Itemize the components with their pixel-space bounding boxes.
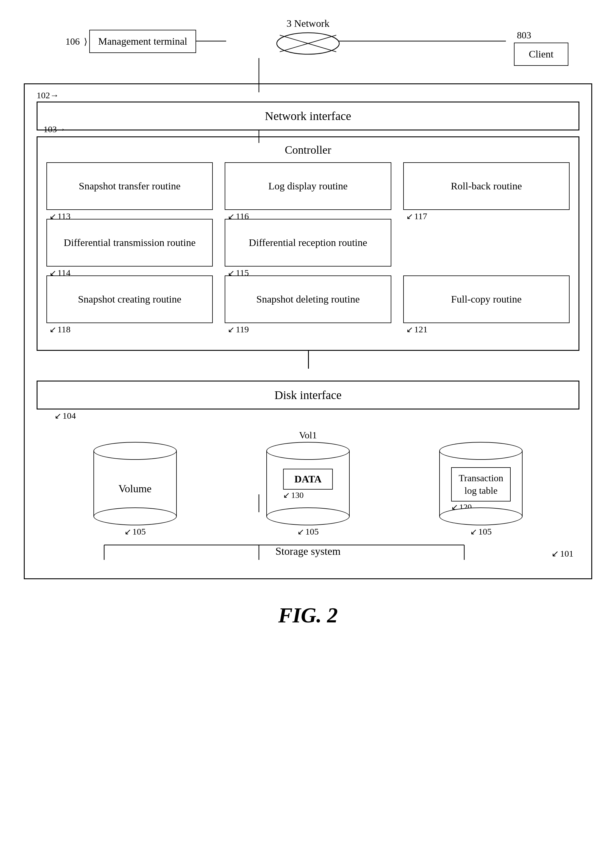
routine-diff-rx-wrapper: Differential reception routine ↙115 bbox=[225, 219, 391, 266]
label-104: ↙ 104 bbox=[55, 411, 580, 421]
routine-log-display-wrapper: Log display routine ↙116 bbox=[225, 162, 391, 210]
cylinder-volume-label: Volume bbox=[118, 482, 151, 495]
routine-label-118: ↙118 bbox=[49, 324, 71, 334]
cylinder-volume-shape: Volume bbox=[93, 442, 177, 525]
routine-empty-r1c2 bbox=[403, 219, 570, 266]
storage-system-label: Storage system bbox=[275, 545, 341, 557]
client-id-label: 803 bbox=[517, 30, 531, 41]
network-oval-svg bbox=[275, 31, 341, 55]
cylinder-volume-id: ↙105 bbox=[124, 526, 146, 537]
management-terminal-box: Management terminal bbox=[89, 30, 196, 53]
network-interface-section: 102→ Network interface bbox=[25, 90, 591, 131]
disk-interface-section: Disk interface ↙ 104 bbox=[25, 381, 591, 421]
data-box-wrapper: DATA ↙ 130 bbox=[283, 469, 333, 500]
cylinder-vol1-top bbox=[266, 442, 350, 460]
cylinder-volume-top bbox=[93, 442, 177, 460]
cylinder-vol1-shape: DATA ↙ 130 bbox=[266, 442, 350, 525]
routine-label-121: ↙121 bbox=[406, 324, 427, 334]
cylinder-txn-id: ↙105 bbox=[470, 526, 492, 537]
disk-interface-box: Disk interface bbox=[36, 381, 580, 409]
cylinder-volume-body: Volume bbox=[93, 451, 177, 516]
client-box: Client bbox=[514, 43, 568, 66]
routine-snapshot-delete: Snapshot deleting routine bbox=[225, 276, 391, 323]
cylinder-vol1: Vol1 DATA ↙ 130 bbox=[266, 430, 350, 537]
page: 106 ⟩ Management terminal 3 Network 803 … bbox=[0, 0, 616, 866]
controller-label: Controller bbox=[46, 143, 570, 156]
routine-snapshot-transfer: Snapshot transfer routine bbox=[46, 162, 213, 210]
figure-label: FIG. 2 bbox=[24, 603, 592, 628]
client-area: 803 Client bbox=[514, 30, 568, 66]
routine-fullcopy-wrapper: Full-copy routine ↙121 bbox=[403, 276, 570, 323]
cylinder-txn-shape: Transaction log table ↙ 120 bbox=[439, 442, 523, 525]
arrow-right-icon: ⟩ bbox=[84, 36, 88, 47]
routine-snapshot-create: Snapshot creating routine bbox=[46, 276, 213, 323]
cylinders-section: Volume ↙105 Vol1 bbox=[25, 424, 591, 543]
network-area: 3 Network bbox=[275, 18, 341, 55]
cylinder-volume: Volume ↙105 bbox=[93, 442, 177, 537]
vol1-label: Vol1 bbox=[299, 430, 317, 441]
top-section: 106 ⟩ Management terminal 3 Network 803 … bbox=[24, 18, 592, 77]
controller-section: 103→ Controller Snapshot transfer routin… bbox=[36, 136, 580, 351]
cylinder-txn: Transaction log table ↙ 120 ↙105 bbox=[439, 442, 523, 537]
label-103: 103→ bbox=[44, 124, 66, 134]
data-box: DATA bbox=[283, 469, 333, 490]
routine-log-display: Log display routine bbox=[225, 162, 391, 210]
label-102: 102→ bbox=[36, 90, 580, 100]
txn-box: Transaction log table bbox=[451, 467, 511, 501]
storage-id-label: ↙ 101 bbox=[552, 548, 574, 559]
cylinder-txn-body: Transaction log table ↙ 120 bbox=[439, 451, 523, 516]
storage-system-wrapper: 102→ Network interface 103→ Controller S… bbox=[24, 83, 592, 579]
routine-snapshot-transfer-wrapper: Snapshot transfer routine ↙113 bbox=[46, 162, 213, 210]
cylinder-vol1-body: DATA ↙ 130 bbox=[266, 451, 350, 516]
cylinder-txn-top bbox=[439, 442, 523, 460]
routine-fullcopy: Full-copy routine bbox=[403, 276, 570, 323]
mgmt-area: 106 ⟩ Management terminal bbox=[66, 30, 196, 53]
txn-box-wrapper: Transaction log table ↙ 120 bbox=[451, 467, 511, 512]
routine-diff-rx: Differential reception routine bbox=[225, 219, 391, 266]
routine-snapshot-delete-wrapper: Snapshot deleting routine ↙119 bbox=[225, 276, 391, 323]
routine-diff-tx: Differential transmission routine bbox=[46, 219, 213, 266]
routines-grid: Snapshot transfer routine ↙113 Log displ… bbox=[46, 162, 570, 323]
routine-rollback: Roll-back routine bbox=[403, 162, 570, 210]
network-interface-box: Network interface bbox=[36, 102, 580, 131]
network-label: 3 Network bbox=[287, 18, 329, 29]
routine-snapshot-create-wrapper: Snapshot creating routine ↙118 bbox=[46, 276, 213, 323]
cylinder-txn-bottom bbox=[439, 507, 523, 525]
data-label-130: ↙ 130 bbox=[283, 490, 333, 500]
cylinder-vol1-id: ↙105 bbox=[297, 526, 319, 537]
mgmt-id-label: 106 bbox=[66, 36, 80, 47]
routine-diff-tx-wrapper: Differential transmission routine ↙114 bbox=[46, 219, 213, 266]
routine-label-119: ↙119 bbox=[228, 324, 249, 334]
cylinder-volume-bottom bbox=[93, 507, 177, 525]
cylinder-vol1-bottom bbox=[266, 507, 350, 525]
routine-rollback-wrapper: Roll-back routine ↙117 bbox=[403, 162, 570, 210]
